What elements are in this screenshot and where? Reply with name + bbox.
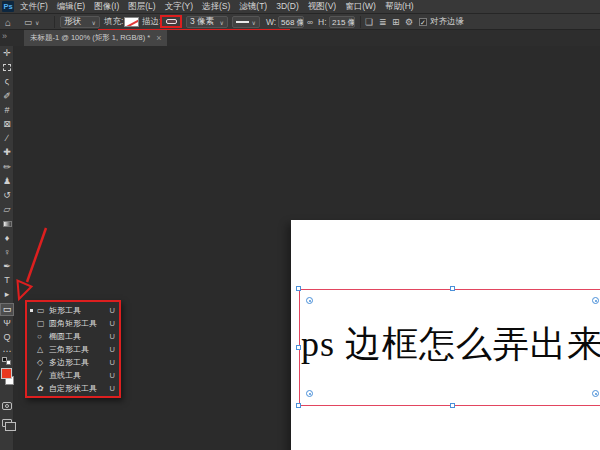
corner-radius-handle[interactable]	[592, 297, 599, 304]
flyout-item-label: 椭圆工具	[49, 331, 110, 342]
flyout-item-label: 自定形状工具	[49, 383, 110, 394]
move-tool[interactable]: ✛	[0, 47, 14, 60]
menu-item[interactable]: 图层(L)	[128, 1, 155, 13]
document-tab[interactable]: 未标题-1 @ 100% (矩形 1, RGB/8) * ×	[24, 30, 167, 46]
red-annotation-box	[160, 15, 182, 28]
stroke-width-select[interactable]: 3 像素 ∨	[186, 14, 228, 30]
stroke-style-select[interactable]: ∨	[232, 14, 260, 30]
flyout-item-自定形状工具[interactable]: ✿自定形状工具U	[27, 382, 119, 395]
menu-item[interactable]: 视图(V)	[308, 1, 336, 13]
quick-mask-icon[interactable]	[2, 402, 12, 410]
rectangle-tool[interactable]: ▭	[0, 303, 14, 316]
flyout-item-三角形工具[interactable]: △三角形工具U	[27, 343, 119, 356]
fill-label: 填充:	[104, 14, 123, 30]
chevron-down-icon: ∨	[35, 19, 39, 26]
object-selection-tool[interactable]: ✐	[0, 90, 14, 103]
document-tab-title: 未标题-1 @ 100% (矩形 1, RGB/8) *	[30, 33, 150, 43]
transform-handle[interactable]	[296, 286, 301, 291]
menu-item[interactable]: 编辑(E)	[57, 1, 85, 13]
menu-item[interactable]: 滤镜(T)	[239, 1, 267, 13]
path-arrangement-icon[interactable]: ⊞	[392, 14, 400, 30]
fill-swatch[interactable]	[124, 17, 139, 27]
lasso-tool[interactable]: ς	[0, 75, 14, 88]
current-tool-marker	[30, 309, 33, 312]
shape-icon: ▢	[37, 319, 49, 328]
path-selection-tool[interactable]: ▸	[0, 288, 14, 301]
shape-icon: ╱	[37, 371, 49, 380]
transform-handle[interactable]	[450, 286, 455, 291]
screen-mode-icon[interactable]	[2, 419, 12, 427]
flyout-item-label: 矩形工具	[49, 305, 110, 316]
eyedropper-tool[interactable]: ∕	[0, 132, 14, 145]
flyout-item-多边形工具[interactable]: ◇多边形工具U	[27, 356, 119, 369]
type-tool[interactable]: T	[0, 274, 14, 287]
frame-tool[interactable]: ⊠	[0, 118, 14, 131]
double-chevron-icon[interactable]: »	[2, 31, 7, 41]
hand-tool[interactable]: Ψ	[0, 317, 14, 330]
shape-icon: ✿	[37, 384, 49, 393]
path-operations-icon[interactable]: ❏	[365, 14, 373, 30]
shape-icon: ○	[37, 332, 49, 341]
corner-radius-handle[interactable]	[306, 297, 313, 304]
transform-handle[interactable]	[450, 403, 455, 408]
gear-icon[interactable]: ⚙	[405, 14, 413, 30]
width-input[interactable]: 568 像素	[278, 16, 304, 28]
clone-stamp-tool[interactable]: ♟	[0, 175, 14, 188]
default-colors-icon[interactable]	[2, 357, 12, 366]
shortcut-label: U	[110, 384, 115, 393]
history-brush-tool[interactable]: ↺	[0, 189, 14, 202]
menu-bar: Ps 文件(F)编辑(E)图像(I)图层(L)文字(Y)选择(S)滤镜(T)3D…	[0, 0, 600, 14]
flyout-item-椭圆工具[interactable]: ○椭圆工具U	[27, 330, 119, 343]
align-edges-checkbox[interactable]: ✓	[419, 18, 427, 26]
menu-item[interactable]: 选择(S)	[202, 1, 230, 13]
marquee-icon	[3, 64, 11, 71]
ps-logo-icon[interactable]: Ps	[2, 1, 14, 12]
width-label: W:	[266, 14, 276, 30]
link-dimensions-icon[interactable]: ∞	[307, 14, 313, 30]
flyout-item-label: 多边形工具	[49, 357, 110, 368]
chevron-down-icon: ∨	[252, 19, 256, 26]
menu-item[interactable]: 窗口(W)	[345, 1, 376, 13]
eraser-tool[interactable]: ▱	[0, 203, 14, 216]
menu-item[interactable]: 文件(F)	[20, 1, 48, 13]
menu-item[interactable]: 3D(D)	[276, 1, 299, 13]
stroke-width-value: 3 像素	[190, 16, 214, 28]
shape-rectangle-stroke[interactable]	[299, 289, 600, 406]
foreground-color-swatch[interactable]	[1, 368, 12, 379]
crop-tool[interactable]: #	[0, 104, 14, 117]
stroke-swatch[interactable]	[166, 19, 177, 24]
tools-panel: ✛ς✐#⊠∕✚✏♟↺▱♦♀✒T▸▭ΨQ⋯	[0, 46, 14, 450]
transform-handle[interactable]	[296, 345, 301, 350]
flyout-item-矩形工具[interactable]: ▭矩形工具U	[27, 304, 119, 317]
shape-tools-flyout: ▭矩形工具U▢圆角矩形工具U○椭圆工具U△三角形工具U◇多边形工具U╱直线工具U…	[25, 300, 121, 398]
flyout-item-直线工具[interactable]: ╱直线工具U	[27, 369, 119, 382]
menu-item[interactable]: 文字(Y)	[165, 1, 193, 13]
tool-mode-select[interactable]: 形状 ∨	[60, 14, 100, 30]
corner-radius-handle[interactable]	[592, 390, 599, 397]
brush-tool[interactable]: ✏	[0, 161, 14, 174]
chevron-down-icon: ∨	[220, 19, 224, 26]
pen-tool[interactable]: ✒	[0, 260, 14, 273]
dodge-tool[interactable]: ♀	[0, 246, 14, 259]
zoom-tool[interactable]: Q	[0, 331, 14, 344]
height-input[interactable]: 215 像素	[329, 16, 355, 28]
home-icon[interactable]: ⌂	[5, 14, 11, 30]
gradient-tool[interactable]	[0, 217, 14, 230]
options-bar: ⌂ ▭ ∨ 形状 ∨ 填充: 描边: 3 像素 ∨ ∨	[0, 14, 600, 30]
shortcut-label: U	[110, 358, 115, 367]
rectangle-tool-icon: ▭	[24, 17, 32, 27]
transform-handle[interactable]	[296, 403, 301, 408]
flyout-item-圆角矩形工具[interactable]: ▢圆角矩形工具U	[27, 317, 119, 330]
rectangular-marquee-tool[interactable]	[0, 61, 14, 74]
menu-item[interactable]: 帮助(H)	[385, 1, 414, 13]
blur-tool[interactable]: ♦	[0, 232, 14, 245]
close-icon[interactable]: ×	[156, 33, 161, 43]
spot-healing-brush-tool[interactable]: ✚	[0, 146, 14, 159]
shape-icon: ▭	[37, 306, 49, 315]
tool-preset-picker[interactable]: ▭ ∨	[24, 14, 39, 30]
path-alignment-icon[interactable]: ≣	[379, 14, 387, 30]
stroke-label: 描边:	[142, 14, 161, 30]
corner-radius-handle[interactable]	[306, 390, 313, 397]
gradient-icon	[3, 221, 12, 227]
menu-item[interactable]: 图像(I)	[94, 1, 119, 13]
